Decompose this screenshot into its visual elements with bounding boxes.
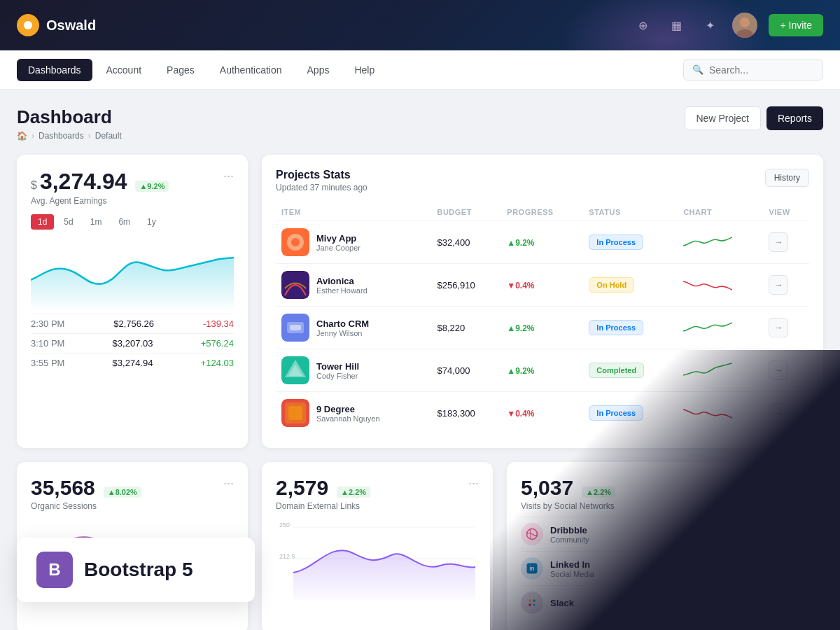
- col-chart: CHART: [678, 204, 763, 221]
- view-button[interactable]: →: [769, 232, 788, 252]
- period-1y[interactable]: 1y: [140, 214, 163, 230]
- search-box: 🔍: [683, 59, 823, 80]
- earnings-badge: ▲9.2%: [135, 181, 169, 192]
- table-row: Mivy AppJane Cooper $32,400 ▲9.2% In Pro…: [276, 221, 809, 264]
- breadcrumb-dashboards[interactable]: Dashboards: [38, 131, 84, 141]
- logo-text: Oswald: [46, 18, 96, 34]
- svg-point-24: [533, 599, 536, 602]
- time-row-1: 2:30 PM $2,756.26 -139.34: [31, 314, 234, 333]
- period-6m[interactable]: 6m: [111, 214, 137, 230]
- linkedin-icon: in: [521, 557, 543, 580]
- view-button[interactable]: →: [769, 318, 788, 337]
- logo-icon: [17, 14, 39, 36]
- currency-symbol: $: [31, 179, 37, 192]
- project-item: Charto CRMJenny Wilson: [281, 314, 426, 342]
- projects-title: Projects Stats: [276, 169, 368, 181]
- earnings-info: $ 3,274.94 ▲9.2% Avg. Agent Earnings: [31, 169, 169, 206]
- history-button[interactable]: History: [765, 169, 809, 187]
- status-badge: Completed: [589, 363, 644, 378]
- social-networks-card: 5,037 ▲2.2% Visits by Social Networks ··…: [507, 462, 823, 630]
- avatar[interactable]: [732, 13, 757, 38]
- svg-text:212.5: 212.5: [279, 553, 295, 560]
- organic-value: 35,568: [31, 476, 95, 500]
- status-badge: On Hold: [589, 277, 634, 293]
- nav-account[interactable]: Account: [95, 59, 153, 81]
- time-row-2: 3:10 PM $3,207.03 +576.24: [31, 333, 234, 353]
- domain-label: Domain External Links: [276, 501, 370, 511]
- social-label: Visits by Social Networks: [521, 501, 615, 511]
- period-5d[interactable]: 5d: [57, 214, 80, 230]
- table-header-row: ITEM BUDGET PROGRESS STATUS CHART VIEW: [276, 204, 809, 221]
- nav-help[interactable]: Help: [343, 59, 386, 81]
- organic-label: Organic Sessions: [31, 501, 141, 511]
- page-title: Dashboard: [17, 106, 122, 128]
- svg-point-1: [740, 18, 750, 27]
- secondary-nav: Dashboards Account Pages Authentication …: [0, 50, 840, 90]
- organic-more-button[interactable]: ···: [223, 476, 234, 491]
- svg-rect-9: [290, 325, 301, 330]
- col-view: VIEW: [763, 204, 809, 221]
- cards-row-1: $ 3,274.94 ▲9.2% Avg. Agent Earnings ···…: [17, 155, 823, 448]
- nav-dashboards[interactable]: Dashboards: [17, 59, 92, 81]
- bootstrap-icon: B: [36, 552, 73, 588]
- search-input[interactable]: [709, 64, 814, 76]
- projects-header: Projects Stats Updated 37 minutes ago Hi…: [276, 169, 809, 192]
- table-row: Tower HillCody Fisher $74,000 ▲9.2% Comp…: [276, 349, 809, 392]
- domain-header: 2,579 ▲2.2% Domain External Links ···: [276, 476, 479, 511]
- domain-links-card: 2,579 ▲2.2% Domain External Links ··· 2: [262, 462, 493, 630]
- share-icon[interactable]: ✦: [699, 14, 721, 36]
- domain-badge: ▲2.2%: [337, 486, 370, 498]
- projects-updated: Updated 37 minutes ago: [276, 183, 368, 192]
- svg-text:in: in: [529, 566, 534, 572]
- svg-point-23: [528, 599, 531, 602]
- earnings-chart: [31, 238, 234, 308]
- svg-point-26: [533, 603, 536, 606]
- status-badge: In Process: [589, 405, 643, 421]
- view-button[interactable]: →: [769, 403, 788, 423]
- nav-apps[interactable]: Apps: [296, 59, 341, 81]
- projects-card: Projects Stats Updated 37 minutes ago Hi…: [262, 155, 823, 448]
- view-button[interactable]: →: [769, 360, 788, 380]
- col-budget: BUDGET: [431, 204, 501, 221]
- social-more-button[interactable]: ···: [799, 476, 809, 491]
- bootstrap-label: Bootstrap 5: [84, 559, 193, 581]
- status-badge: In Process: [589, 320, 643, 335]
- time-row-3: 3:55 PM $3,274.94 +124.03: [31, 353, 234, 372]
- col-progress: PROGRESS: [501, 204, 583, 221]
- project-item: AvionicaEsther Howard: [281, 271, 426, 299]
- earnings-header: $ 3,274.94 ▲9.2% Avg. Agent Earnings ···: [31, 169, 234, 206]
- organic-header: 35,568 ▲8.02% Organic Sessions ···: [31, 476, 234, 511]
- table-row: 9 DegreeSavannah Nguyen $183,300 ▼0.4% I…: [276, 392, 809, 435]
- dribbble-icon: [521, 523, 543, 545]
- time-data: 2:30 PM $2,756.26 -139.34 3:10 PM $3,207…: [31, 314, 234, 372]
- tablet-icon[interactable]: ▦: [665, 14, 687, 36]
- mask-icon[interactable]: ⊕: [631, 14, 654, 36]
- organic-badge: ▲8.02%: [104, 486, 141, 498]
- page-header-left: Dashboard 🏠 › Dashboards › Default: [17, 106, 122, 141]
- domain-more-button[interactable]: ···: [468, 476, 479, 491]
- reports-button[interactable]: Reports: [766, 106, 823, 130]
- new-project-button[interactable]: New Project: [685, 106, 761, 130]
- svg-point-5: [291, 238, 300, 246]
- slack-icon: [521, 592, 543, 614]
- earnings-card: $ 3,274.94 ▲9.2% Avg. Agent Earnings ···…: [17, 155, 248, 448]
- period-1d[interactable]: 1d: [31, 214, 54, 230]
- invite-button[interactable]: + Invite: [769, 14, 823, 36]
- topbar: Oswald ⊕ ▦ ✦ + Invite: [0, 0, 840, 50]
- social-value: 5,037: [521, 476, 573, 500]
- social-row-dribbble: Dribbble Community 579 ▲2.6%: [521, 517, 809, 551]
- nav-pages[interactable]: Pages: [155, 59, 206, 81]
- header-buttons: New Project Reports: [685, 106, 824, 130]
- social-row-linkedin: in Linked In Social Media 1,088 ▼0.4%: [521, 551, 809, 585]
- svg-text:250: 250: [279, 522, 290, 528]
- search-icon: 🔍: [692, 64, 704, 75]
- logo: Oswald: [17, 14, 96, 36]
- period-1m[interactable]: 1m: [83, 214, 109, 230]
- page-header: Dashboard 🏠 › Dashboards › Default New P…: [17, 106, 823, 141]
- earnings-more-button[interactable]: ···: [223, 169, 234, 183]
- nav-authentication[interactable]: Authentication: [209, 59, 293, 81]
- svg-point-25: [528, 603, 531, 606]
- projects-table: ITEM BUDGET PROGRESS STATUS CHART VIEW: [276, 204, 809, 434]
- social-header: 5,037 ▲2.2% Visits by Social Networks ··…: [521, 476, 809, 511]
- view-button[interactable]: →: [769, 275, 788, 295]
